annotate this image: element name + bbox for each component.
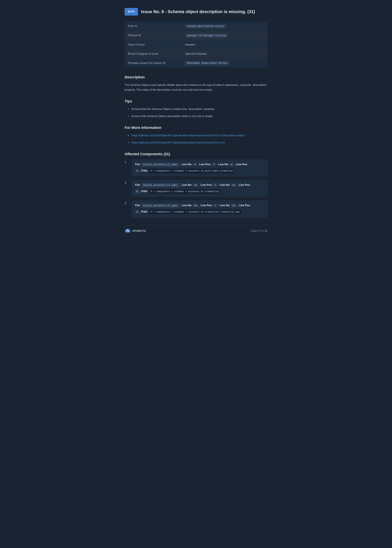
lineno-label: Line No: — [182, 204, 192, 207]
lineno2-label: Line No: — [220, 183, 230, 186]
lineno-label: Line No: — [182, 183, 192, 186]
lineno2-value: 41 — [231, 183, 236, 187]
tips-section: Tips Ensure that the Schema Object conta… — [125, 98, 267, 119]
linepos-label: Line Pos: — [201, 204, 212, 207]
table-value-3: OpenAPI Schemas — [182, 49, 267, 58]
lineno-value: 44 — [193, 204, 198, 207]
file-label: File: — [135, 183, 141, 186]
path-value-0: # > components > schemas > accounts.v1.a… — [149, 168, 235, 174]
page-title: Issue No. 8 - Schema object description … — [141, 8, 255, 15]
linepos2-label: Line Pos: — [236, 163, 248, 166]
table-label-2: Type of Issue — [125, 40, 182, 49]
affected-number-2: 3. — [125, 201, 129, 205]
affected-line1-2: File: twilio_accounts_v1.yaml , Line No:… — [135, 203, 264, 208]
path-label-2: , Path: — [139, 210, 149, 213]
table-value-2: Semantic — [182, 40, 267, 49]
linepos-label: Line Pos: — [201, 183, 212, 186]
path-label-1: , Path: — [139, 190, 149, 193]
lineno-value: 4 — [193, 163, 197, 166]
lineno-value: 41 — [193, 183, 198, 187]
affected-line1-1: File: twilio_accounts_v1.yaml , Line No:… — [135, 183, 264, 188]
tip-item-0: Ensure that the Schema Object contains t… — [128, 107, 267, 112]
affected-number-0: 1. — [125, 160, 129, 164]
affected-content-2: File: twilio_accounts_v1.yaml , Line No:… — [132, 201, 267, 217]
affected-line2-0: 8 , Path: # > components > schemas > acc… — [135, 168, 264, 174]
lineno2-value: 44 — [231, 204, 236, 207]
affected-section: Affected Components (31) 1.File: twilio_… — [125, 151, 267, 217]
more-info-title: For More Information — [125, 125, 267, 131]
header: Info Issue No. 8 - Schema object descrip… — [125, 8, 267, 15]
affected-title: Affected Components (31) — [125, 151, 267, 157]
path-value-2: # > components > schemas > accounts.v1.c… — [149, 209, 242, 215]
description-section: Description The Schema Object must speci… — [125, 74, 267, 92]
file-label: File: — [135, 204, 141, 207]
affected-item-1: 2.File: twilio_accounts_v1.yaml , Line N… — [125, 180, 267, 197]
tip-item-1: Ensure that Schema Object description va… — [128, 114, 267, 119]
link-item-0[interactable]: https://github.com/OAI/OpenAPI-Specifica… — [128, 133, 267, 138]
more-info-section: For More Information https://github.com/… — [125, 125, 267, 145]
lineno2-label: Line No: — [218, 163, 229, 166]
linepos2-value-1: 8 — [135, 190, 139, 193]
lineno2-label: Line No: — [220, 204, 230, 207]
more-info-link-1[interactable]: https://github.com/OAI/OpenAPI-Specifica… — [132, 141, 225, 144]
footer-brand: APIMATIC — [132, 229, 146, 233]
footer-page: Page 27 of 56 — [251, 229, 267, 233]
description-text: The Schema Object must specify details a… — [125, 83, 267, 92]
path-label-0: , Path: — [139, 169, 149, 172]
file-value: twilio_accounts_v1.yaml — [141, 204, 179, 208]
path-value-1: # > components > schemas > accounts.v1.c… — [149, 189, 221, 194]
table-label-1: Ruleset Id — [125, 31, 182, 40]
lineno2-value: 4 — [230, 163, 234, 166]
linepos-label: Line Pos: — [199, 163, 211, 166]
link-item-1[interactable]: https://github.com/OAI/OpenAPI-Specifica… — [128, 140, 267, 145]
file-value: twilio_accounts_v1.yaml — [141, 162, 179, 167]
table-label-4: Possible Impact On Output Of — [125, 58, 182, 68]
linepos-value: 7 — [213, 183, 217, 187]
affected-number-1: 2. — [125, 180, 129, 185]
affected-line1-0: File: twilio_accounts_v1.yaml , Line No:… — [135, 162, 264, 167]
file-value: twilio_accounts_v1.yaml — [141, 183, 179, 187]
links-list: https://github.com/OAI/OpenAPI-Specifica… — [125, 133, 267, 145]
affected-item-0: 1.File: twilio_accounts_v1.yaml , Line N… — [125, 160, 267, 176]
apimatic-logo-icon — [125, 229, 131, 233]
table-label-3: Broad Category of Issue — [125, 49, 182, 58]
file-label: File: — [135, 163, 141, 166]
info-table: Rule Idschema-description-existsRuleset … — [125, 21, 267, 68]
table-value-0: schema-description-exists — [182, 21, 267, 31]
affected-list: 1.File: twilio_accounts_v1.yaml , Line N… — [125, 160, 267, 217]
description-title: Description — [125, 74, 267, 80]
table-label-0: Rule Id — [125, 21, 182, 31]
footer: APIMATIC Page 27 of 56 — [125, 225, 267, 233]
linepos2-label: Line Pos: — [239, 204, 251, 207]
page-wrapper: Info Issue No. 8 - Schema object descrip… — [125, 8, 267, 233]
footer-logo: APIMATIC — [125, 229, 146, 233]
linepos-value: 7 — [213, 204, 217, 207]
linepos2-value-2: 8 — [135, 210, 139, 214]
lineno-label: Line No: — [182, 163, 192, 166]
affected-content-1: File: twilio_accounts_v1.yaml , Line No:… — [132, 180, 267, 197]
table-value-4: Developer Experience Portal — [182, 58, 267, 68]
affected-content-0: File: twilio_accounts_v1.yaml , Line No:… — [132, 160, 267, 176]
tips-title: Tips — [125, 98, 267, 104]
affected-line2-2: 8 , Path: # > components > schemas > acc… — [135, 209, 264, 215]
table-value-1: openapi-v3-docsgen-linting — [182, 31, 267, 40]
linepos2-label: Line Pos: — [239, 183, 251, 186]
info-badge: Info — [125, 8, 138, 15]
linepos-value: 7 — [212, 163, 216, 166]
affected-line2-1: 8 , Path: # > components > schemas > acc… — [135, 189, 264, 194]
affected-item-2: 3.File: twilio_accounts_v1.yaml , Line N… — [125, 201, 267, 217]
more-info-link-0[interactable]: https://github.com/OAI/OpenAPI-Specifica… — [132, 134, 245, 137]
linepos2-value-0: 8 — [135, 169, 139, 173]
tips-list: Ensure that the Schema Object contains t… — [125, 107, 267, 119]
